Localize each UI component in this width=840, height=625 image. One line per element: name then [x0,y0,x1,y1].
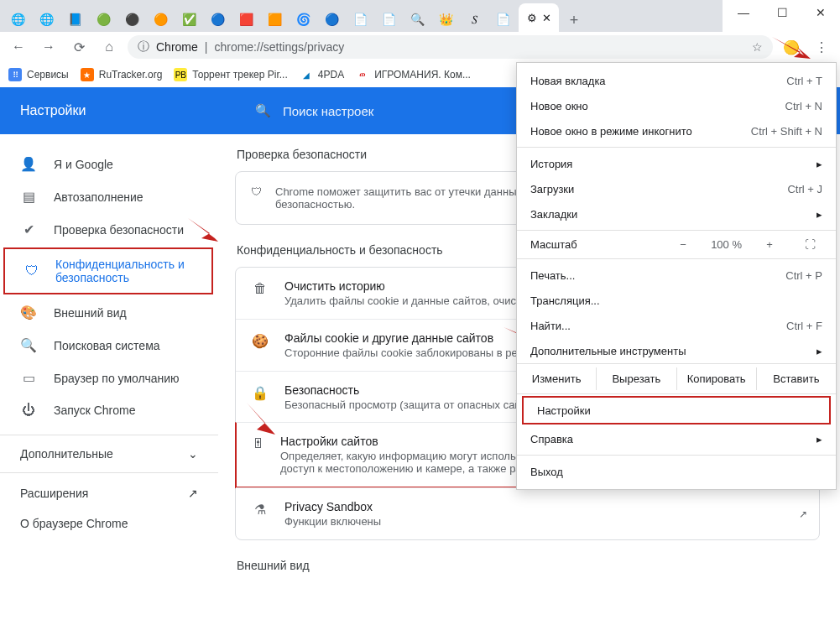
sidebar-item-autofill[interactable]: ▤Автозаполнение [0,180,201,213]
forward-button[interactable]: → [37,35,60,59]
tab-6[interactable]: 🟠 [148,7,173,32]
profile-avatar[interactable]: 🟡 [780,35,803,59]
menu-exit[interactable]: Выход [517,459,836,484]
close-button[interactable]: ✕ [801,0,840,25]
bookmark-4pda[interactable]: ◢4PDA [300,68,344,81]
reload-button[interactable]: ⟳ [67,35,91,59]
address-bar[interactable]: ⓘ Chrome | chrome://settings/privacy ☆ [128,35,773,59]
menu-new-window[interactable]: Новое окноCtrl + N [517,93,836,118]
tab-3[interactable]: 📘 [62,7,87,32]
tab-8[interactable]: 🔵 [205,7,230,32]
back-button[interactable]: ← [7,35,30,59]
trash-icon: 🗑 [251,279,269,296]
bookmark-pirate[interactable]: PBТоррент трекер Pir... [174,68,287,81]
chrome-main-menu: Новая вкладкаCtrl + T Новое окноCtrl + N… [516,62,837,490]
zoom-value: 100 % [711,238,742,251]
tab-14[interactable]: 📄 [376,7,401,32]
chevron-right-icon: ▸ [817,208,822,221]
sidebar-about[interactable]: О браузере Chrome [0,508,218,539]
menu-new-tab[interactable]: Новая вкладкаCtrl + T [517,68,836,93]
menu-bookmarks[interactable]: Закладки▸ [517,201,836,227]
menu-cast[interactable]: Трансляция... [517,288,836,313]
tab-active-settings[interactable]: ⚙ ✕ [519,3,559,32]
menu-help[interactable]: Справка▸ [517,426,836,451]
menu-edit-row: Изменить Вырезать Копировать Вставить [517,363,836,394]
external-link-icon: ↗ [188,487,198,500]
safety-icon: ✔ [20,221,37,237]
menu-more-tools[interactable]: Дополнительные инструменты▸ [517,338,836,363]
chevron-right-icon: ▸ [817,345,822,357]
menu-paste[interactable]: Вставить [756,367,836,390]
home-button[interactable]: ⌂ [97,35,121,59]
settings-sidebar: 👤Я и Google ▤Автозаполнение ✔Проверка бе… [0,134,218,625]
tab-1[interactable]: 🌐 [5,7,30,32]
sidebar-advanced[interactable]: Дополнительные⌄ [0,435,218,472]
tab-15[interactable]: 🔍 [404,7,430,32]
sidebar-item-you-and-google[interactable]: 👤Я и Google [0,148,201,180]
site-info-icon[interactable]: ⓘ [138,39,149,55]
section-title-appearance: Внешний вид [237,559,820,572]
menu-cut[interactable]: Вырезать [596,367,676,390]
tab-5[interactable]: ⚫ [119,7,144,32]
chevron-right-icon: ▸ [817,433,822,445]
menu-print[interactable]: Печать...Ctrl + P [517,263,836,288]
menu-downloads[interactable]: ЗагрузкиCtrl + J [517,176,836,201]
new-tab-button[interactable]: + [562,8,586,32]
zoom-in-button[interactable]: + [757,238,782,251]
sidebar-item-safety-check[interactable]: ✔Проверка безопасности [0,213,201,246]
menu-copy[interactable]: Копировать [676,367,756,390]
sliders-icon: 🎚 [252,435,265,451]
menu-history[interactable]: История▸ [517,151,836,176]
zoom-out-button[interactable]: − [670,238,696,251]
tab-17[interactable]: 𝑆 [462,7,487,32]
tab-18[interactable]: 📄 [490,7,515,32]
shield-icon: 🛡 [25,263,39,279]
sidebar-item-privacy[interactable]: 🛡Конфиденциальность и безопасность [5,249,195,293]
tab-2[interactable]: 🌐 [34,7,59,32]
bookmark-igromania[interactable]: ወИГРОМАНИЯ. Ком... [356,68,471,81]
tab-16[interactable]: 👑 [433,7,458,32]
tab-close-icon[interactable]: ✕ [542,12,551,24]
menu-incognito[interactable]: Новое окно в режиме инкогнитоCtrl + Shif… [517,118,836,143]
sidebar-item-appearance[interactable]: 🎨Внешний вид [0,296,201,329]
tab-9[interactable]: 🟥 [233,7,258,32]
bookmark-rutracker[interactable]: ★RuTracker.org [81,68,163,81]
menu-zoom: Масштаб − 100 % + ⛶ [517,234,836,255]
settings-title: Настройки [0,103,238,118]
person-icon: 👤 [20,156,37,172]
sidebar-item-default-browser[interactable]: ▭Браузер по умолчанию [0,362,201,394]
tab-11[interactable]: 🌀 [290,7,316,32]
tab-favicon: ⚙ [527,12,537,24]
menu-edit-label: Изменить [517,367,596,390]
cookie-icon: 🍪 [251,331,269,349]
tab-12[interactable]: 🔵 [319,7,344,32]
menu-settings[interactable]: Настройки [524,398,829,423]
sidebar-item-on-startup[interactable]: ⏻Запуск Chrome [0,394,201,426]
sidebar-extensions[interactable]: Расширения↗ [0,478,218,508]
tab-4[interactable]: 🟢 [91,7,116,32]
bookmark-star-icon[interactable]: ☆ [752,40,763,54]
bookmark-services[interactable]: ⠿Сервисы [8,68,69,81]
maximize-button[interactable]: ☐ [763,0,801,25]
minimize-button[interactable]: — [724,0,763,25]
search-icon: 🔍 [20,337,37,353]
shield-check-icon: 🛡 [251,185,262,211]
fullscreen-button[interactable]: ⛶ [797,238,822,251]
chevron-right-icon: ▸ [817,158,822,170]
tab-10[interactable]: 🟧 [262,7,287,32]
flask-icon: ⚗ [251,500,269,518]
tab-13[interactable]: 📄 [347,7,373,32]
autofill-icon: ▤ [20,189,37,205]
browser-toolbar: ← → ⟳ ⌂ ⓘ Chrome | chrome://settings/pri… [0,32,840,63]
tab-strip: 🌐 🌐 📘 🟢 ⚫ 🟠 ✅ 🔵 🟥 🟧 🌀 🔵 📄 📄 🔍 👑 𝑆 📄 ⚙ ✕ … [0,0,723,32]
search-placeholder: Поиск настроек [283,104,373,118]
chrome-menu-button[interactable]: ⋮ [810,35,833,59]
external-link-icon: ↗ [799,508,807,520]
palette-icon: 🎨 [20,305,37,320]
lock-icon: 🔒 [251,383,269,401]
row-privacy-sandbox[interactable]: ⚗ Privacy SandboxФункции включены ↗ [236,487,819,539]
sidebar-item-search-engine[interactable]: 🔍Поисковая система [0,329,201,362]
tab-7[interactable]: ✅ [176,7,201,32]
menu-find[interactable]: Найти...Ctrl + F [517,313,836,338]
browser-icon: ▭ [20,370,37,386]
